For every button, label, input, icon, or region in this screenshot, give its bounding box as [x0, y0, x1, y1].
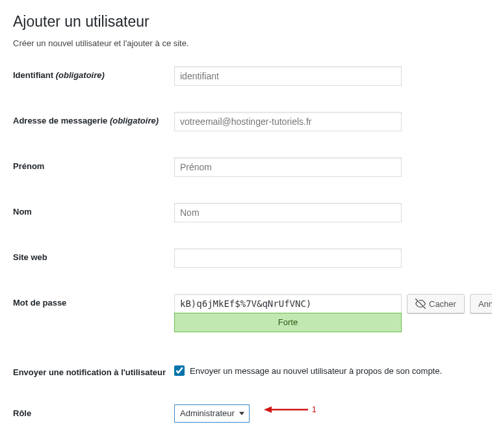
- label-website: Site web: [13, 248, 174, 263]
- annotation-number-1: 1: [312, 404, 317, 414]
- notify-text: Envoyer un message au nouvel utilisateur…: [190, 366, 442, 376]
- label-email: Adresse de messagerie (obligatoire): [13, 112, 174, 127]
- website-input[interactable]: [174, 248, 402, 268]
- notify-checkbox-wrap[interactable]: Envoyer un message au nouvel utilisateur…: [174, 363, 442, 376]
- cancel-password-button[interactable]: Annuler: [470, 294, 492, 313]
- label-password: Mot de passe: [13, 294, 174, 309]
- label-lastname: Nom: [13, 203, 174, 218]
- label-username: Identifiant (obligatoire): [13, 66, 174, 81]
- annotation-arrow-1: 1: [264, 404, 317, 415]
- page-subtitle: Créer un nouvel utilisateur et l'ajouter…: [13, 38, 479, 48]
- role-select[interactable]: Administrateur: [174, 404, 250, 423]
- page-title: Ajouter un utilisateur: [13, 13, 479, 31]
- svg-marker-2: [264, 406, 272, 413]
- hide-password-label: Cacher: [429, 299, 456, 309]
- username-input[interactable]: [174, 66, 402, 86]
- label-firstname: Prénom: [13, 157, 174, 172]
- label-role: Rôle: [13, 404, 174, 419]
- chevron-down-icon: [239, 412, 244, 415]
- password-strength: Forte: [174, 313, 402, 332]
- email-input[interactable]: [174, 112, 402, 131]
- eye-off-icon: [415, 298, 426, 309]
- hide-password-button[interactable]: Cacher: [407, 294, 465, 313]
- lastname-input[interactable]: [174, 203, 402, 222]
- firstname-input[interactable]: [174, 157, 402, 177]
- role-selected-value: Administrateur: [180, 408, 235, 418]
- password-input[interactable]: [174, 294, 402, 313]
- label-notify: Envoyer une notification à l'utilisateur: [13, 363, 174, 378]
- notify-checkbox[interactable]: [174, 365, 185, 376]
